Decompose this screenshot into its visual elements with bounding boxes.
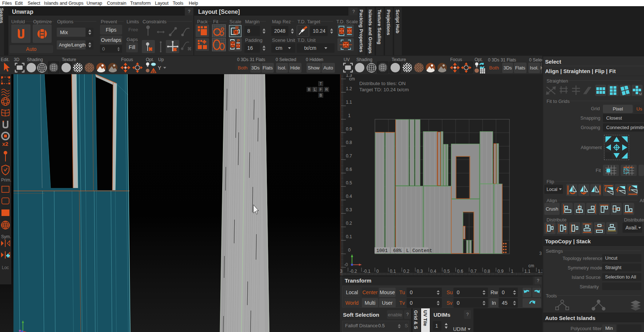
svg-text:0.7: 0.7 [346, 153, 352, 159]
svg-text:-0: -0 [344, 262, 348, 267]
svg-text:-0.1: -0.1 [363, 269, 371, 274]
svg-text:cm: cm [528, 263, 534, 268]
svg-text:68%: 68% [393, 248, 402, 253]
svg-text:0.1: 0.1 [346, 234, 352, 239]
svg-text:0.8: 0.8 [346, 140, 352, 145]
svg-text:Distribute to tiles: ON: Distribute to tiles: ON [359, 81, 406, 86]
svg-text:B: B [308, 88, 311, 92]
svg-text:L: L [406, 248, 409, 253]
svg-text:0.5: 0.5 [346, 180, 352, 185]
svg-text:R: R [325, 88, 328, 92]
svg-text:1: 1 [348, 113, 351, 118]
svg-text:-0.2: -0.2 [349, 269, 357, 274]
svg-text:cm: cm [349, 76, 355, 81]
svg-text:0.6: 0.6 [346, 167, 352, 172]
svg-text:0.9: 0.9 [346, 127, 352, 132]
svg-text:P: P [237, 39, 240, 43]
svg-text:0.2: 0.2 [346, 221, 352, 226]
svg-text:0.4: 0.4 [346, 194, 352, 199]
svg-text:1001: 1001 [376, 248, 388, 253]
svg-text:1.1: 1.1 [346, 100, 352, 105]
svg-text:B: B [320, 93, 322, 97]
svg-text:Target TD: 10.24 tx/cm: Target TD: 10.24 tx/cm [359, 87, 409, 92]
svg-text:U: U [639, 92, 642, 96]
svg-text:L: L [314, 88, 316, 92]
svg-text:0.3: 0.3 [346, 207, 352, 212]
svg-text:1.2: 1.2 [346, 86, 352, 91]
svg-text:0: 0 [348, 248, 351, 253]
svg-text:F: F [320, 88, 322, 92]
svg-text:1.2: 1.2 [538, 269, 542, 274]
svg-text:x2: x2 [2, 141, 8, 147]
svg-text:3: 3 [539, 251, 542, 256]
svg-text:T: T [320, 82, 322, 86]
svg-text:Content: Content [412, 248, 432, 253]
